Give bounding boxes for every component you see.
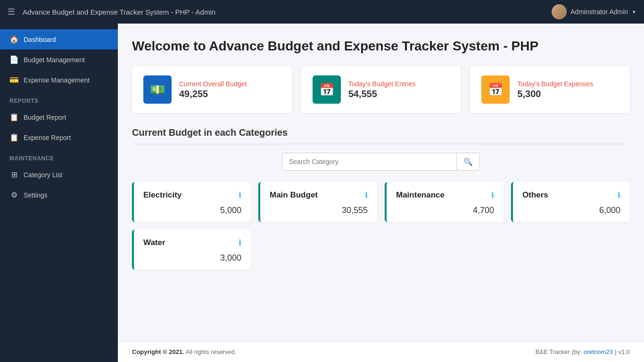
sidebar-item-budget-report[interactable]: 📋 Budget Report: [0, 107, 118, 127]
budget-expenses-body: Today's Budget Expenses 5,300: [517, 80, 593, 99]
caret-down-icon: ▼: [632, 9, 636, 15]
sidebar-item-expense[interactable]: 💳 Expense Management: [0, 70, 118, 90]
category-card-water: Water ℹ 3,000: [132, 230, 251, 270]
dashboard-icon: 🏠: [9, 35, 19, 44]
expense-report-icon: 📋: [9, 133, 19, 142]
main-content: Welcome to Advance Budget and Expense Tr…: [118, 24, 644, 362]
sidebar-item-label: Expense Report: [24, 134, 71, 141]
overall-budget-value: 49,255: [179, 89, 247, 99]
hamburger-icon[interactable]: ☰: [8, 7, 15, 17]
overall-budget-icon: 💵: [143, 75, 172, 104]
sidebar-item-label: Expense Management: [24, 76, 90, 84]
budget-report-icon: 📋: [9, 113, 19, 122]
footer-author-link[interactable]: oretnom23: [584, 348, 613, 355]
overall-budget-body: Current Overall Budget 49,255: [179, 80, 247, 99]
avatar: [552, 4, 567, 19]
footer: Copyright © 2021. All rights reserved. B…: [118, 341, 644, 362]
category-card-header: Water ℹ: [143, 238, 241, 247]
category-name: Maintenance: [396, 190, 445, 200]
budget-entries-label: Today's Budget Entries: [348, 80, 416, 88]
budget-entries-body: Today's Budget Entries 54,555: [348, 80, 416, 99]
sidebar-item-category-list[interactable]: ⊞ Category List: [0, 165, 118, 185]
category-name: Electricity: [143, 190, 182, 200]
stat-card-budget-entries: 📅 Today's Budget Entries 54,555: [301, 66, 461, 113]
info-icon[interactable]: ℹ: [365, 190, 368, 199]
sidebar-item-expense-report[interactable]: 📋 Expense Report: [0, 127, 118, 148]
footer-copyright-text: Copyright © 2021.: [132, 348, 184, 355]
sidebar-item-dashboard[interactable]: 🏠 Dashboard: [0, 29, 118, 49]
topnav-title: Advance Budget and Expense Tracker Syste…: [23, 8, 552, 16]
topnav: ☰ Advance Budget and Expense Tracker Sys…: [0, 0, 644, 24]
overall-budget-label: Current Overall Budget: [179, 80, 247, 88]
category-name: Others: [522, 190, 548, 200]
category-value: 30,555: [270, 206, 368, 215]
category-value: 4,700: [396, 206, 494, 215]
stat-card-budget-expenses: 📅 Today's Budget Expenses 5,300: [470, 66, 630, 113]
page-title: Welcome to Advance Budget and Expense Tr…: [132, 38, 630, 55]
budget-entries-icon: 📅: [313, 75, 341, 104]
sidebar-item-label: Settings: [24, 191, 48, 199]
reports-section-label: Reports: [0, 90, 118, 107]
search-input-wrap: 🔍: [282, 153, 480, 171]
category-list-icon: ⊞: [9, 170, 19, 179]
budget-expenses-value: 5,300: [517, 89, 593, 99]
category-card-header: Others ℹ: [522, 190, 620, 200]
sidebar-item-label: Budget Management: [24, 56, 85, 64]
sidebar-item-label: Dashboard: [24, 36, 56, 43]
budget-expenses-icon: 📅: [481, 75, 510, 104]
sidebar-nav: 🏠 Dashboard 📄 Budget Management 💳 Expens…: [0, 24, 118, 205]
settings-icon: ⚙: [9, 190, 19, 199]
user-menu[interactable]: Adminstrator Admin ▼: [552, 4, 636, 19]
sidebar-item-label: Budget Report: [24, 114, 66, 121]
category-grid: Electricity ℹ 5,000 Main Budget ℹ 30,555…: [132, 182, 630, 270]
sidebar-item-settings[interactable]: ⚙ Settings: [0, 185, 118, 205]
search-bar: 🔍: [132, 153, 630, 171]
sidebar: 💰 B&E Tracker 🏠 Dashboard 📄 Budget Manag…: [0, 0, 118, 362]
category-value: 6,000: [522, 206, 620, 215]
category-card-header: Main Budget ℹ: [270, 190, 368, 200]
sidebar-item-label: Category List: [24, 171, 62, 179]
footer-rights-text: All rights reserved.: [186, 348, 237, 355]
user-label: Adminstrator Admin: [570, 8, 628, 16]
footer-copyright: Copyright © 2021. All rights reserved.: [132, 348, 236, 355]
budget-icon: 📄: [9, 55, 19, 64]
stat-card-overall-budget: 💵 Current Overall Budget 49,255: [132, 66, 292, 113]
info-icon[interactable]: ℹ: [618, 190, 620, 199]
category-card-header: Maintenance ℹ: [396, 190, 494, 200]
category-name: Water: [143, 238, 165, 247]
info-icon[interactable]: ℹ: [239, 238, 241, 247]
category-card-header: Electricity ℹ: [143, 190, 241, 200]
category-name: Main Budget: [270, 190, 318, 200]
sidebar-item-budget[interactable]: 📄 Budget Management: [0, 49, 118, 70]
footer-right: B&E Tracker (by: oretnom23 ) v1.0: [536, 348, 630, 355]
budget-entries-value: 54,555: [348, 89, 416, 99]
search-button[interactable]: 🔍: [456, 153, 479, 170]
info-icon[interactable]: ℹ: [491, 190, 494, 199]
categories-section-title: Current Budget in each Categories: [132, 127, 630, 144]
category-card-main-budget: Main Budget ℹ 30,555: [258, 182, 377, 222]
avatar-image: [552, 4, 567, 19]
stat-cards: 💵 Current Overall Budget 49,255 📅 Today'…: [132, 66, 630, 113]
category-value: 3,000: [143, 253, 241, 263]
category-value: 5,000: [143, 206, 241, 215]
footer-version-text: ) v1.0: [613, 348, 630, 355]
expense-icon: 💳: [9, 75, 19, 84]
maintenance-section-label: Maintenance: [0, 148, 118, 165]
budget-expenses-label: Today's Budget Expenses: [517, 80, 593, 88]
category-card-others: Others ℹ 6,000: [511, 182, 630, 222]
category-card-maintenance: Maintenance ℹ 4,700: [385, 182, 504, 222]
search-input[interactable]: [282, 153, 456, 170]
info-icon[interactable]: ℹ: [239, 190, 241, 199]
footer-tracker-text: B&E Tracker (by:: [536, 348, 584, 355]
category-card-electricity: Electricity ℹ 5,000: [132, 182, 251, 222]
